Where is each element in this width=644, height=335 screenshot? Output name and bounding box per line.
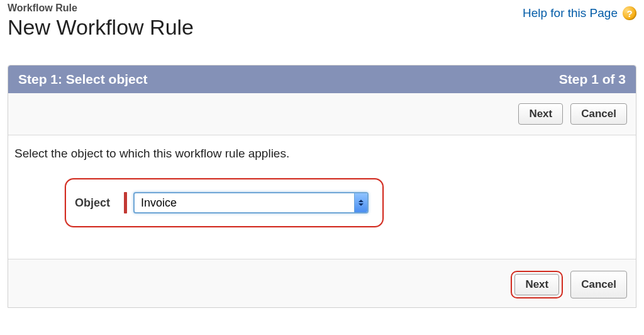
next-highlight: Next <box>511 271 563 298</box>
wizard-panel: Step 1: Select object Step 1 of 3 Next C… <box>8 65 636 308</box>
eyebrow-text: Workflow Rule <box>8 3 523 14</box>
object-select-wrap: Invoice <box>124 192 369 213</box>
help-block: Help for this Page ? <box>523 3 636 20</box>
updown-icon <box>354 193 367 212</box>
step-header: Step 1: Select object Step 1 of 3 <box>8 65 636 93</box>
object-select-value: Invoice <box>135 193 354 212</box>
instruction-text: Select the object to which this workflow… <box>8 135 636 166</box>
step-header-left: Step 1: Select object <box>18 72 147 87</box>
object-row: Object Invoice <box>8 166 636 259</box>
next-button-top[interactable]: Next <box>518 103 563 125</box>
page-root: Workflow Rule New Workflow Rule Help for… <box>0 0 644 327</box>
page-title: New Workflow Rule <box>8 15 523 40</box>
help-icon[interactable]: ? <box>623 6 636 20</box>
object-label: Object <box>75 196 110 210</box>
object-highlight: Object Invoice <box>65 178 384 227</box>
bottom-button-row: Next Cancel <box>8 259 636 307</box>
top-button-row: Next Cancel <box>8 93 636 135</box>
title-block: Workflow Rule New Workflow Rule <box>8 3 523 40</box>
step-header-right: Step 1 of 3 <box>559 72 626 87</box>
help-link[interactable]: Help for this Page <box>523 6 618 20</box>
object-select[interactable]: Invoice <box>133 192 369 213</box>
page-header: Workflow Rule New Workflow Rule Help for… <box>8 3 636 40</box>
cancel-button-top[interactable]: Cancel <box>570 103 627 125</box>
required-indicator <box>124 192 127 213</box>
cancel-button-bottom[interactable]: Cancel <box>570 271 627 298</box>
next-button-bottom[interactable]: Next <box>514 274 559 295</box>
